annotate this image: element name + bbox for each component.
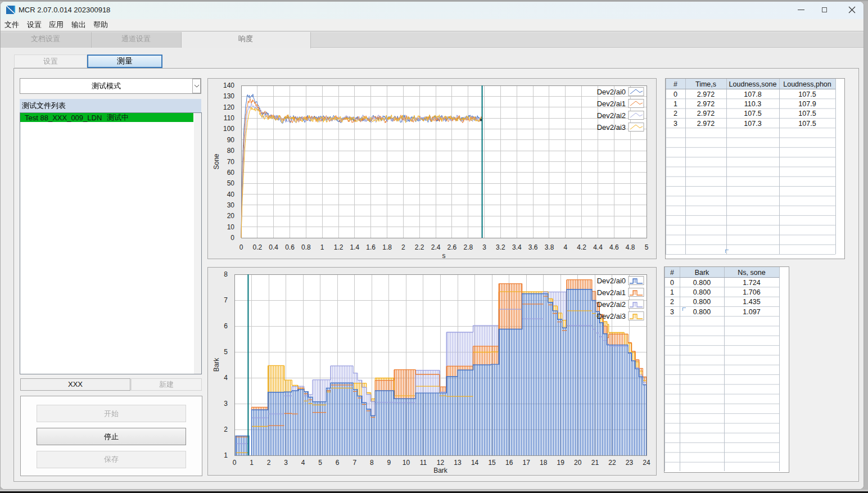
svg-text:0.800: 0.800 [693,279,711,287]
svg-text:107.5: 107.5 [798,110,816,117]
svg-text:0: 0 [670,279,674,287]
svg-text:3.2: 3.2 [496,243,505,251]
svg-text:Dev2/ai3: Dev2/ai3 [597,123,626,132]
svg-text:3: 3 [224,400,228,408]
svg-text:1.097: 1.097 [743,308,760,316]
svg-text:80: 80 [227,147,235,155]
svg-text:Dev2/ai2: Dev2/ai2 [597,111,626,120]
svg-text:0.800: 0.800 [693,288,711,296]
svg-text:100: 100 [223,125,234,133]
svg-text:4.6: 4.6 [609,243,619,251]
svg-text:10: 10 [403,459,410,467]
svg-text:2: 2 [267,459,271,467]
svg-text:2.972: 2.972 [697,91,715,98]
svg-text:Dev2/ai1: Dev2/ai1 [597,99,626,108]
svg-text:40: 40 [227,191,235,198]
svg-text:2.972: 2.972 [697,120,715,128]
svg-text:10: 10 [227,223,235,231]
svg-text:1: 1 [673,100,677,108]
svg-text:107.8: 107.8 [744,91,761,98]
svg-text:107.9: 107.9 [798,100,816,108]
svg-text:2.2: 2.2 [415,243,424,251]
svg-text:107.5: 107.5 [798,91,816,98]
svg-text:2: 2 [401,243,405,251]
svg-text:3: 3 [673,120,677,128]
svg-text:19: 19 [557,459,565,467]
svg-text:Dev2/ai3: Dev2/ai3 [597,312,626,320]
svg-text:60: 60 [227,169,235,177]
svg-text:110.3: 110.3 [744,100,761,108]
svg-text:1.6: 1.6 [366,243,376,251]
svg-text:2.6: 2.6 [447,243,457,251]
svg-text:0: 0 [230,234,234,242]
svg-text:Dev2/ai2: Dev2/ai2 [597,300,626,309]
svg-text:107.3: 107.3 [744,120,761,128]
svg-text:24: 24 [643,459,650,467]
svg-text:0: 0 [673,91,677,98]
svg-text:1.4: 1.4 [350,243,360,251]
svg-text:9: 9 [387,459,391,467]
svg-text:12: 12 [437,459,445,467]
svg-text:6: 6 [336,459,340,467]
svg-text:17: 17 [523,459,531,467]
svg-text:2.972: 2.972 [697,100,715,108]
svg-text:8: 8 [370,459,374,467]
svg-text:0: 0 [239,243,243,251]
svg-text:3: 3 [670,308,674,316]
svg-text:4.4: 4.4 [593,243,603,251]
svg-text:Sone: Sone [213,153,220,169]
svg-text:3.6: 3.6 [528,243,538,251]
svg-text:2: 2 [673,110,677,117]
svg-text:30: 30 [227,201,235,209]
svg-text:22: 22 [608,459,616,467]
svg-text:1: 1 [250,459,254,467]
svg-text:130: 130 [223,92,234,100]
svg-text:3: 3 [482,243,486,251]
svg-text:0.800: 0.800 [693,298,711,306]
svg-text:20: 20 [227,212,235,220]
svg-text:Dev2/ai1: Dev2/ai1 [597,288,626,297]
svg-text:Dev2/ai0: Dev2/ai0 [597,88,626,96]
svg-text:1.2: 1.2 [334,243,343,251]
svg-text:107.5: 107.5 [744,110,761,117]
svg-text:2.972: 2.972 [697,110,715,117]
svg-text:4.2: 4.2 [577,243,586,251]
svg-text:#: # [670,269,674,277]
svg-text:0.800: 0.800 [693,308,711,316]
svg-text:2.8: 2.8 [463,243,473,251]
svg-text:0.6: 0.6 [285,243,295,251]
svg-text:3.8: 3.8 [545,243,554,251]
svg-text:5: 5 [318,459,322,467]
svg-text:0.4: 0.4 [269,243,278,251]
svg-text:2.4: 2.4 [431,243,441,251]
svg-text:3.4: 3.4 [512,243,522,251]
svg-text:6: 6 [224,322,228,330]
svg-text:21: 21 [591,459,599,467]
svg-text:Dev2/ai0: Dev2/ai0 [597,277,626,285]
svg-text:11: 11 [420,459,427,467]
svg-text:2: 2 [224,426,228,433]
svg-text:0.2: 0.2 [252,243,262,251]
svg-text:Bark: Bark [433,467,448,474]
svg-text:Loudness,phon: Loudness,phon [783,80,831,88]
svg-text:120: 120 [223,103,234,111]
svg-text:1: 1 [224,451,228,459]
svg-text:#: # [673,80,677,88]
svg-text:16: 16 [505,459,513,467]
svg-text:140: 140 [223,82,234,89]
svg-text:Bark: Bark [213,358,220,372]
svg-text:1: 1 [670,288,674,296]
svg-text:18: 18 [540,459,548,467]
svg-text:Ns, sone: Ns, sone [738,269,765,277]
svg-text:7: 7 [352,459,356,467]
svg-text:13: 13 [454,459,462,467]
svg-text:20: 20 [574,459,582,467]
svg-text:4: 4 [301,459,305,467]
svg-text:23: 23 [626,459,634,467]
svg-text:0.8: 0.8 [301,243,311,251]
svg-text:110: 110 [224,114,234,122]
svg-text:Bark: Bark [695,269,709,277]
svg-text:1.724: 1.724 [743,279,760,287]
svg-text:1: 1 [320,243,324,251]
svg-text:1.435: 1.435 [743,298,760,306]
